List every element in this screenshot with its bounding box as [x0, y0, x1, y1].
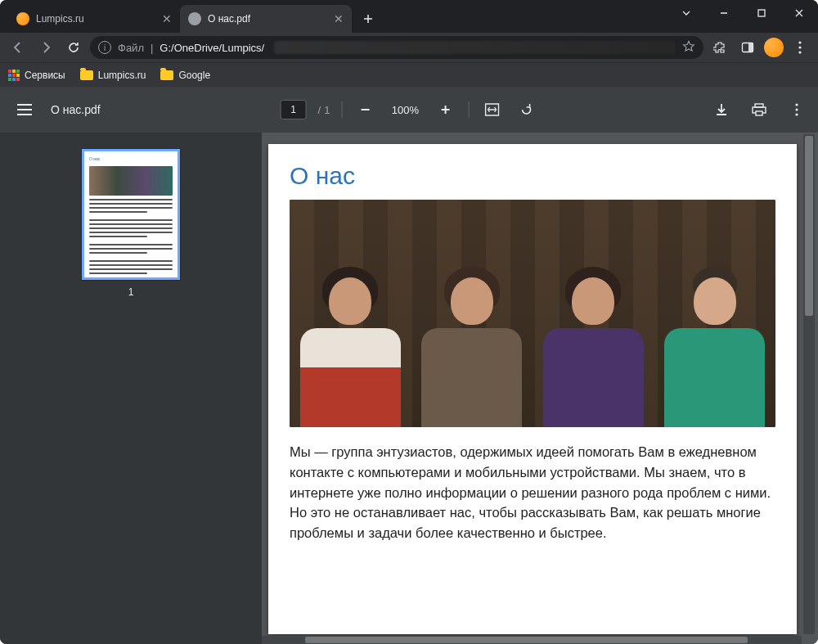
file-label: Файл	[118, 42, 144, 54]
window-controls	[667, 0, 818, 33]
globe-icon	[188, 12, 201, 25]
svg-rect-10	[756, 111, 762, 115]
bookmarks-bar: Сервисы Lumpics.ru Google	[0, 62, 818, 87]
pdf-toolbar-center: 1 / 1 100%	[281, 98, 538, 121]
svg-rect-3	[748, 43, 753, 52]
caret-down-button[interactable]	[667, 0, 705, 26]
horizontal-scrollbar[interactable]	[262, 636, 802, 644]
zoom-in-button[interactable]	[434, 98, 456, 121]
pdf-toolbar: О нас.pdf 1 / 1 100%	[0, 87, 818, 133]
fit-page-button[interactable]	[480, 98, 503, 121]
thumb-heading: О нас	[89, 156, 173, 161]
zoom-level[interactable]: 100%	[388, 104, 422, 116]
svg-point-13	[795, 113, 798, 115]
document-paragraph: Мы — группа энтузиастов, одержимых идеей…	[290, 442, 775, 543]
close-tab-button[interactable]: ✕	[334, 12, 344, 25]
close-window-button[interactable]	[780, 0, 818, 26]
download-button[interactable]	[710, 98, 733, 121]
tab-pdf[interactable]: О нас.pdf ✕	[180, 5, 352, 33]
tab-title: О нас.pdf	[208, 13, 250, 25]
pdf-filename: О нас.pdf	[51, 103, 101, 116]
svg-point-11	[795, 103, 798, 106]
svg-point-4	[798, 41, 801, 43]
apps-shortcut[interactable]: Сервисы	[8, 70, 65, 81]
forward-button[interactable]	[34, 36, 57, 59]
thumbnail-panel: О нас 1	[0, 133, 262, 644]
vertical-scrollbar[interactable]	[803, 134, 815, 634]
side-panel-button[interactable]	[736, 36, 759, 59]
bookmark-lumpics[interactable]: Lumpics.ru	[80, 70, 146, 81]
scrollbar-thumb[interactable]	[305, 637, 748, 643]
print-button[interactable]	[748, 98, 771, 121]
path-obscured	[274, 41, 676, 54]
path-separator: |	[151, 42, 153, 54]
new-tab-button[interactable]	[357, 7, 380, 30]
svg-point-12	[795, 108, 798, 110]
svg-rect-1	[758, 10, 765, 16]
pdf-more-button[interactable]	[785, 98, 808, 121]
browser-window: Lumpics.ru ✕ О нас.pdf ✕	[0, 0, 818, 644]
thumb-text-lines	[89, 199, 173, 274]
reload-button[interactable]	[62, 36, 85, 59]
pdf-viewer-body: О нас 1 О нас	[0, 133, 818, 644]
info-icon[interactable]: i	[98, 41, 111, 54]
bookmark-label: Google	[178, 70, 210, 81]
folder-icon	[80, 70, 93, 80]
svg-point-5	[798, 46, 801, 48]
thumb-image	[89, 166, 173, 196]
page-viewport[interactable]: О нас Мы — группа энтузиастов, одержимых…	[262, 133, 818, 644]
document-heading: О нас	[290, 162, 775, 190]
pdf-menu-button[interactable]	[10, 95, 39, 124]
zoom-out-button[interactable]	[353, 98, 376, 121]
extensions-button[interactable]	[708, 36, 731, 59]
thumbnail-page-number: 1	[82, 286, 180, 298]
document-photo	[290, 200, 775, 427]
scrollbar-thumb[interactable]	[805, 136, 813, 316]
bookmark-google[interactable]: Google	[160, 70, 210, 81]
bookmark-label: Lumpics.ru	[98, 70, 146, 81]
thumbnail-page: О нас	[82, 149, 180, 280]
tab-strip: Lumpics.ru ✕ О нас.pdf ✕	[0, 0, 667, 33]
pdf-page: О нас Мы — группа энтузиастов, одержимых…	[268, 144, 797, 634]
svg-point-6	[798, 51, 801, 53]
favicon-icon	[16, 12, 29, 25]
folder-icon	[160, 70, 173, 80]
tab-title: Lumpics.ru	[36, 13, 84, 25]
tab-lumpics[interactable]: Lumpics.ru ✕	[8, 5, 180, 33]
apps-label: Сервисы	[25, 70, 65, 81]
menu-button[interactable]	[789, 36, 811, 59]
titlebar: Lumpics.ru ✕ О нас.pdf ✕	[0, 0, 818, 33]
page-number-input[interactable]: 1	[281, 100, 307, 119]
pdf-toolbar-right	[710, 98, 808, 121]
page-total: / 1	[318, 104, 330, 116]
divider	[341, 101, 342, 118]
profile-avatar[interactable]	[764, 38, 784, 57]
address-bar-row: i Файл | G:/OneDrive/Lumpics/	[0, 33, 818, 62]
apps-icon	[8, 70, 20, 81]
bookmark-star-icon[interactable]	[682, 40, 695, 56]
back-button[interactable]	[7, 36, 29, 59]
file-path: G:/OneDrive/Lumpics/	[160, 42, 264, 54]
maximize-button[interactable]	[743, 0, 780, 26]
omnibox[interactable]: i Файл | G:/OneDrive/Lumpics/	[90, 36, 703, 59]
close-tab-button[interactable]: ✕	[162, 12, 172, 25]
page-thumbnail[interactable]: О нас 1	[82, 149, 180, 298]
minimize-button[interactable]	[705, 0, 743, 26]
divider	[468, 101, 469, 118]
rotate-button[interactable]	[515, 98, 537, 121]
